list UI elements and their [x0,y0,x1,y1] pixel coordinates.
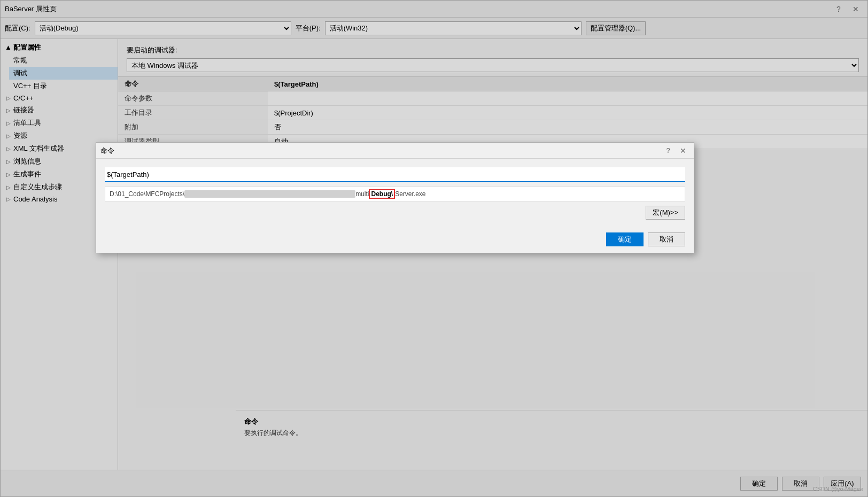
modal-dialog: 命令 ? ✕ D:\01_Code\MFCProjects\ [96,142,694,253]
modal-actions: 确定 取消 [96,228,694,253]
modal-cancel-button[interactable]: 取消 [648,232,685,246]
path-highlighted: Debug\ [369,189,395,199]
path-middle: multi [355,190,369,198]
modal-ok-button[interactable]: 确定 [606,232,644,246]
modal-help-button[interactable]: ? [662,145,675,157]
path-row: D:\01_Code\MFCProjects\ multi Debug\ Ser… [105,187,685,201]
path-suffix: Server.exe [395,190,425,198]
macro-button[interactable]: 宏(M)>> [646,206,685,220]
path-blurred [184,190,355,198]
modal-title-buttons: ? ✕ [662,145,689,157]
modal-title-bar: 命令 ? ✕ [96,143,694,159]
modal-title: 命令 [100,146,662,156]
macro-row: 宏(M)>> [105,206,685,220]
command-input[interactable] [105,167,685,182]
main-window: BaServer 属性页 ? ✕ 配置(C): 活动(Debug) 平台(P):… [0,0,868,497]
modal-close-button[interactable]: ✕ [677,145,689,157]
path-prefix: D:\01_Code\MFCProjects\ [110,190,184,198]
modal-content: D:\01_Code\MFCProjects\ multi Debug\ Ser… [96,159,694,228]
